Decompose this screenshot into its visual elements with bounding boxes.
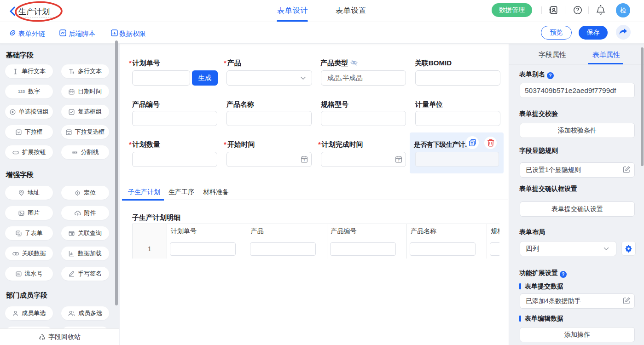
svg-text:7: 7 [398, 158, 400, 162]
svg-text:7: 7 [303, 158, 305, 162]
